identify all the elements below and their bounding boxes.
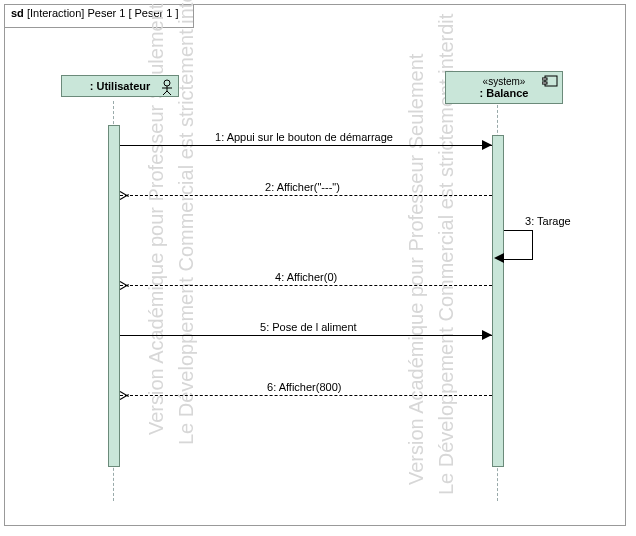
diagram-canvas: sd [Interaction] Peser 1 [ Peser 1 ] Ver… bbox=[0, 0, 636, 536]
svg-line-3 bbox=[163, 91, 167, 95]
message-1 bbox=[120, 145, 492, 146]
svg-rect-7 bbox=[542, 82, 547, 84]
actor-icon bbox=[160, 79, 174, 97]
message-4 bbox=[120, 285, 492, 286]
message-2-label: 2: Afficher("---") bbox=[265, 181, 340, 193]
message-6-label: 6: Afficher(800) bbox=[267, 381, 341, 393]
message-5-label: 5: Pose de l aliment bbox=[260, 321, 357, 333]
svg-rect-6 bbox=[542, 78, 547, 80]
lifeline-user-role: : Utilisateur bbox=[90, 80, 151, 92]
lifeline-system-role: : Balance bbox=[480, 87, 529, 99]
watermark: Version Académique pour Professeur Seule… bbox=[145, 4, 168, 435]
watermark: Version Académique pour Professeur Seule… bbox=[405, 54, 428, 485]
message-6 bbox=[120, 395, 492, 396]
lifeline-system-stereo: «system» bbox=[454, 76, 554, 87]
frame-label: sd [Interaction] Peser 1 [ Peser 1 ] bbox=[5, 5, 194, 28]
arrowhead-right-icon bbox=[482, 330, 492, 340]
component-icon bbox=[542, 75, 558, 89]
arrowhead-right-icon bbox=[482, 140, 492, 150]
frame-title: [Interaction] Peser 1 [ Peser 1 ] bbox=[27, 7, 179, 19]
sd-frame: sd [Interaction] Peser 1 [ Peser 1 ] Ver… bbox=[4, 4, 626, 526]
watermark: Le Développement Commercial est strictem… bbox=[175, 0, 198, 445]
message-4-label: 4: Afficher(0) bbox=[275, 271, 337, 283]
svg-point-0 bbox=[164, 80, 170, 86]
activation-system bbox=[492, 135, 504, 467]
lifeline-user: : Utilisateur bbox=[61, 75, 179, 97]
message-3-self bbox=[504, 230, 533, 260]
message-1-label: 1: Appui sur le bouton de démarrage bbox=[215, 131, 393, 143]
message-3-label: 3: Tarage bbox=[525, 215, 571, 227]
arrowhead-left-icon bbox=[494, 253, 504, 263]
frame-kind: sd bbox=[11, 7, 24, 19]
message-5 bbox=[120, 335, 492, 336]
svg-line-4 bbox=[167, 91, 171, 95]
message-2 bbox=[120, 195, 492, 196]
lifeline-system: «system» : Balance bbox=[445, 71, 563, 104]
activation-user bbox=[108, 125, 120, 467]
